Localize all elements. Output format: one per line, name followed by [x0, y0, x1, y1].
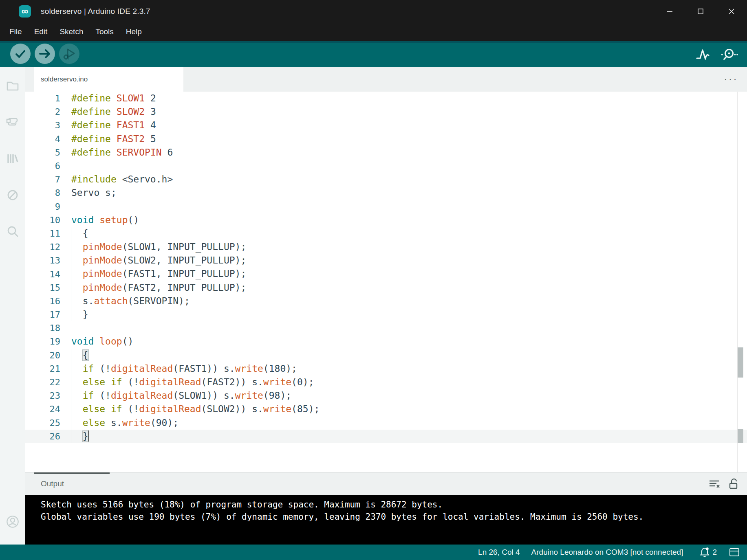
toolbar: Arduino Leonardo: [0, 41, 747, 67]
line-number: 23: [25, 391, 60, 401]
code-text: #define SLOW1 2: [71, 92, 156, 105]
panel-layout-icon: [729, 547, 740, 557]
menu-item-edit[interactable]: Edit: [28, 22, 54, 41]
code-line[interactable]: 26 }: [25, 430, 747, 443]
code-line[interactable]: 5#define SERVOPIN 6: [25, 146, 747, 159]
line-number: 21: [25, 364, 60, 374]
notifications-button[interactable]: 2: [699, 547, 717, 558]
toggle-autoscroll-button[interactable]: [727, 477, 740, 490]
line-number: 12: [25, 242, 60, 252]
code-editor[interactable]: 1#define SLOW1 22#define SLOW2 33#define…: [25, 92, 747, 472]
output-tab-indicator: [34, 472, 110, 474]
sidebar-item-library-manager[interactable]: [4, 150, 21, 167]
output-tab[interactable]: Output: [41, 479, 64, 488]
indent-guide: [71, 227, 71, 321]
code-text: #define FAST2 5: [71, 132, 156, 146]
line-number: 22: [25, 377, 60, 387]
lock-open-icon: [728, 478, 740, 490]
code-text: else s.write(90);: [71, 416, 178, 430]
arrow-right-icon: [38, 47, 52, 61]
code-line[interactable]: 24 else if (!digitalRead(SLOW2)) s.write…: [25, 402, 747, 416]
line-number: 5: [25, 147, 60, 158]
code-line[interactable]: 8Servo s;: [25, 186, 747, 200]
indent-guide: [71, 349, 71, 443]
maximize-button[interactable]: [685, 0, 716, 22]
code-text: #define FAST1 4: [71, 119, 156, 132]
sidebar-item-boards-manager[interactable]: [4, 114, 21, 130]
code-line[interactable]: 21 if (!digitalRead(FAST1)) s.write(180)…: [25, 362, 747, 376]
sidebar-item-search[interactable]: [4, 224, 21, 240]
serial-monitor-icon: [721, 47, 738, 61]
line-number: 10: [25, 215, 60, 225]
check-icon: [13, 47, 27, 61]
verify-button[interactable]: [10, 44, 31, 64]
code-line[interactable]: 23 if (!digitalRead(SLOW1)) s.write(98);: [25, 389, 747, 402]
code-line[interactable]: 6: [25, 159, 747, 173]
minimize-button[interactable]: [654, 0, 685, 22]
window-title: solderservo | Arduino IDE 2.3.7: [41, 7, 150, 16]
overview-ruler-current-line-marker: [738, 429, 743, 443]
line-number: 4: [25, 134, 60, 144]
toggle-panel-button[interactable]: [729, 547, 740, 557]
code-line[interactable]: 3#define FAST1 4: [25, 119, 747, 132]
code-line[interactable]: 20 {: [25, 349, 747, 362]
code-line[interactable]: 14 pinMode(FAST1, INPUT_PULLUP);: [25, 267, 747, 281]
sidebar-item-debug[interactable]: [4, 187, 21, 203]
sidebar-item-sketchbook[interactable]: [4, 77, 21, 93]
line-number: 2: [25, 107, 60, 117]
line-number: 25: [25, 418, 60, 428]
debug-button[interactable]: [59, 44, 79, 64]
code-line[interactable]: 2#define SLOW2 3: [25, 105, 747, 119]
menu-item-sketch[interactable]: Sketch: [53, 22, 89, 41]
output-panel-header: Output: [25, 472, 747, 495]
code-line[interactable]: 1#define SLOW1 2: [25, 92, 747, 105]
line-number: 16: [25, 296, 60, 306]
code-text: void setup(): [71, 213, 139, 227]
text-cursor: [88, 430, 89, 441]
account-button[interactable]: [4, 514, 21, 530]
more-actions-button[interactable]: ···: [724, 73, 738, 86]
upload-button[interactable]: [35, 44, 55, 64]
editor-tab-bar: solderservo.ino ···: [25, 67, 747, 92]
line-number: 6: [25, 161, 60, 171]
code-line[interactable]: 22 else if (!digitalRead(FAST2)) s.write…: [25, 376, 747, 389]
editor-scrollbar-thumb[interactable]: [738, 347, 743, 378]
code-line[interactable]: 13 pinMode(SLOW2, INPUT_PULLUP);: [25, 254, 747, 267]
code-text: #define SERVOPIN 6: [71, 146, 173, 159]
line-number: 11: [25, 228, 60, 239]
code-line[interactable]: 4#define FAST2 5: [25, 132, 747, 146]
code-line[interactable]: 17 }: [25, 308, 747, 321]
code-line[interactable]: 12 pinMode(SLOW1, INPUT_PULLUP);: [25, 240, 747, 254]
code-line[interactable]: 7#include <Servo.h>: [25, 173, 747, 186]
menu-item-help[interactable]: Help: [120, 22, 148, 41]
tab-solderservo-ino[interactable]: solderservo.ino: [34, 67, 183, 92]
serial-monitor-button[interactable]: [721, 46, 738, 62]
code-line[interactable]: 19void loop(): [25, 335, 747, 348]
code-line[interactable]: 15 pinMode(FAST2, INPUT_PULLUP);: [25, 281, 747, 294]
menu-item-tools[interactable]: Tools: [89, 22, 119, 41]
line-number: 1: [25, 93, 60, 103]
output-console[interactable]: Sketch uses 5166 bytes (18%) of program …: [25, 495, 747, 545]
code-text: else if (!digitalRead(SLOW2)) s.write(85…: [71, 402, 320, 416]
code-line[interactable]: 11 {: [25, 227, 747, 240]
cursor-position-status[interactable]: Ln 26, Col 4: [478, 548, 520, 557]
menu-item-file[interactable]: File: [3, 22, 28, 41]
code-line[interactable]: 18: [25, 321, 747, 335]
arduino-logo-icon: ∞: [19, 5, 31, 18]
minimize-icon: [666, 8, 673, 15]
line-number: 13: [25, 255, 60, 266]
code-line[interactable]: 10void setup(): [25, 213, 747, 227]
code-line[interactable]: 16 s.attach(SERVOPIN);: [25, 294, 747, 308]
clear-output-button[interactable]: [708, 477, 721, 490]
code-line[interactable]: 25 else s.write(90);: [25, 416, 747, 430]
code-text: pinMode(SLOW1, INPUT_PULLUP);: [71, 240, 246, 254]
main-area: solderservo.ino ··· 1#define SLOW1 22#de…: [0, 67, 747, 545]
line-number: 9: [25, 202, 60, 212]
board-icon: [5, 114, 20, 130]
code-text: {: [71, 227, 88, 240]
code-line[interactable]: 9: [25, 200, 747, 213]
editor-scrollbar-track[interactable]: [737, 92, 738, 472]
serial-plotter-button[interactable]: [695, 46, 712, 62]
board-port-status[interactable]: Arduino Leonardo on COM3 [not connected]: [531, 548, 683, 557]
close-button[interactable]: [716, 0, 747, 22]
